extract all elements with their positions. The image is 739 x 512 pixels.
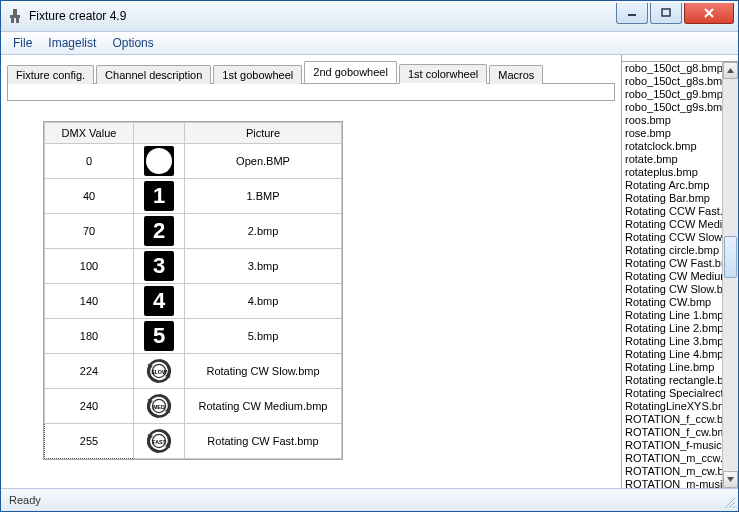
resize-grip-icon[interactable] [722, 495, 736, 509]
scrollbar[interactable] [722, 62, 738, 488]
list-item[interactable]: rotateplus.bmp [622, 166, 723, 179]
cell-icon[interactable]: 2 [134, 214, 185, 249]
close-button[interactable] [684, 3, 734, 24]
list-item[interactable]: ROTATION_m-music.bmp [622, 478, 723, 488]
list-item[interactable]: Rotating Specialrect.bmp [622, 387, 723, 400]
list-item[interactable]: RotatingLineXYS.bmp [622, 400, 723, 413]
file-list[interactable]: robo_150ct_g8.bmprobo_150ct_g8s.bmprobo_… [622, 61, 738, 488]
cell-icon[interactable]: 5 [134, 319, 185, 354]
maximize-button[interactable] [650, 3, 682, 24]
list-item[interactable]: Rotating Arc.bmp [622, 179, 723, 192]
list-item[interactable]: Rotating Bar.bmp [622, 192, 723, 205]
tab-fixture-config[interactable]: Fixture config. [7, 65, 94, 84]
cell-icon[interactable]: FAST [134, 424, 185, 459]
menu-options[interactable]: Options [104, 34, 161, 52]
svg-rect-0 [13, 9, 17, 15]
svg-marker-20 [727, 68, 734, 73]
cell-dmx[interactable]: 180 [45, 319, 134, 354]
scroll-track[interactable] [723, 79, 738, 471]
scroll-thumb[interactable] [724, 236, 737, 278]
cell-icon[interactable] [134, 144, 185, 179]
table-row[interactable]: 224SLOWRotating CW Slow.bmp [45, 354, 342, 389]
cell-icon[interactable]: 1 [134, 179, 185, 214]
table-row[interactable]: 240MEDRotating CW Medium.bmp [45, 389, 342, 424]
cell-dmx[interactable]: 40 [45, 179, 134, 214]
table-row[interactable]: 7022.bmp [45, 214, 342, 249]
list-item[interactable]: Rotating circle.bmp [622, 244, 723, 257]
list-item[interactable]: ROTATION_f_ccw.bmp [622, 413, 723, 426]
table-row[interactable]: 18055.bmp [45, 319, 342, 354]
table-row[interactable]: 4011.BMP [45, 179, 342, 214]
tab-macros[interactable]: Macros [489, 65, 543, 84]
menu-file[interactable]: File [5, 34, 40, 52]
list-item[interactable]: Rotating Line 4.bmp [622, 348, 723, 361]
cell-dmx[interactable]: 224 [45, 354, 134, 389]
list-item[interactable]: Rotating CCW Medium.bmp [622, 218, 723, 231]
list-item[interactable]: Rotating rectangle.bmp [622, 374, 723, 387]
list-item[interactable]: ROTATION_m_ccw.bmp [622, 452, 723, 465]
cell-icon[interactable]: 3 [134, 249, 185, 284]
scroll-down-button[interactable] [723, 471, 738, 488]
list-item[interactable]: Rotating CW Slow.bmp [622, 283, 723, 296]
table-row[interactable]: 0Open.BMP [45, 144, 342, 179]
list-item[interactable]: Rotating Line 1.bmp [622, 309, 723, 322]
app-window: Fixture creator 4.9 File Imagelist Optio… [0, 0, 739, 512]
list-item[interactable]: rotatclock.bmp [622, 140, 723, 153]
tab-1st-colorwheel[interactable]: 1st colorwheel [399, 64, 487, 84]
list-item[interactable]: ROTATION_f_cw.bmp [622, 426, 723, 439]
cell-picture[interactable]: 4.bmp [185, 284, 342, 319]
col-header-dmx[interactable]: DMX Value [45, 123, 134, 144]
list-item[interactable]: Rotating Line 2.bmp [622, 322, 723, 335]
cell-icon[interactable]: SLOW [134, 354, 185, 389]
gobo-number-icon: 1 [144, 181, 174, 211]
tab-channel-description[interactable]: Channel description [96, 65, 211, 84]
tab-2nd-gobowheel[interactable]: 2nd gobowheel [304, 61, 397, 83]
list-item[interactable]: Rotating CCW Fast.bmp [622, 205, 723, 218]
cell-dmx[interactable]: 140 [45, 284, 134, 319]
gobo-table: DMX Value Picture 0Open.BMP4011.BMP7022.… [43, 121, 343, 460]
col-header-picture[interactable]: Picture [185, 123, 342, 144]
list-item[interactable]: Rotating CCW Slow.bmp [622, 231, 723, 244]
cell-dmx[interactable]: 100 [45, 249, 134, 284]
list-item[interactable]: Rotating Line 3.bmp [622, 335, 723, 348]
list-item[interactable]: robo_150ct_g8s.bmp [622, 75, 723, 88]
cell-picture[interactable]: 3.bmp [185, 249, 342, 284]
list-item[interactable]: rotate.bmp [622, 153, 723, 166]
cell-picture[interactable]: 5.bmp [185, 319, 342, 354]
cell-dmx[interactable]: 255 [45, 424, 134, 459]
rotate-fast-icon: FAST [144, 426, 174, 456]
tab-strip: Fixture config. Channel description 1st … [7, 61, 615, 83]
tab-1st-gobowheel[interactable]: 1st gobowheel [213, 65, 302, 84]
col-header-icon[interactable] [134, 123, 185, 144]
gobo-number-icon: 3 [144, 251, 174, 281]
list-item[interactable]: Rotating CW.bmp [622, 296, 723, 309]
list-item[interactable]: robo_150ct_g8.bmp [622, 62, 723, 75]
table-row[interactable]: 14044.bmp [45, 284, 342, 319]
list-item[interactable]: robo_150ct_g9s.bmp [622, 101, 723, 114]
gobo-open-icon [144, 146, 174, 176]
scroll-up-button[interactable] [723, 62, 738, 79]
list-item[interactable]: Rotating CW Medium.bmp [622, 270, 723, 283]
cell-dmx[interactable]: 240 [45, 389, 134, 424]
cell-icon[interactable]: MED [134, 389, 185, 424]
list-item[interactable]: robo_150ct_g9.bmp [622, 88, 723, 101]
list-item[interactable]: Rotating CW Fast.bmp [622, 257, 723, 270]
menu-imagelist[interactable]: Imagelist [40, 34, 104, 52]
list-item[interactable]: ROTATION_m_cw.bmp [622, 465, 723, 478]
list-item[interactable]: Rotating Line.bmp [622, 361, 723, 374]
cell-picture[interactable]: Rotating CW Fast.bmp [185, 424, 342, 459]
cell-picture[interactable]: Open.BMP [185, 144, 342, 179]
minimize-button[interactable] [616, 3, 648, 24]
cell-dmx[interactable]: 70 [45, 214, 134, 249]
cell-icon[interactable]: 4 [134, 284, 185, 319]
cell-picture[interactable]: Rotating CW Medium.bmp [185, 389, 342, 424]
list-item[interactable]: roos.bmp [622, 114, 723, 127]
list-item[interactable]: rose.bmp [622, 127, 723, 140]
cell-picture[interactable]: 1.BMP [185, 179, 342, 214]
cell-picture[interactable]: 2.bmp [185, 214, 342, 249]
table-row[interactable]: 10033.bmp [45, 249, 342, 284]
table-row[interactable]: 255FASTRotating CW Fast.bmp [45, 424, 342, 459]
cell-dmx[interactable]: 0 [45, 144, 134, 179]
list-item[interactable]: ROTATION_f-music.bmp [622, 439, 723, 452]
cell-picture[interactable]: Rotating CW Slow.bmp [185, 354, 342, 389]
